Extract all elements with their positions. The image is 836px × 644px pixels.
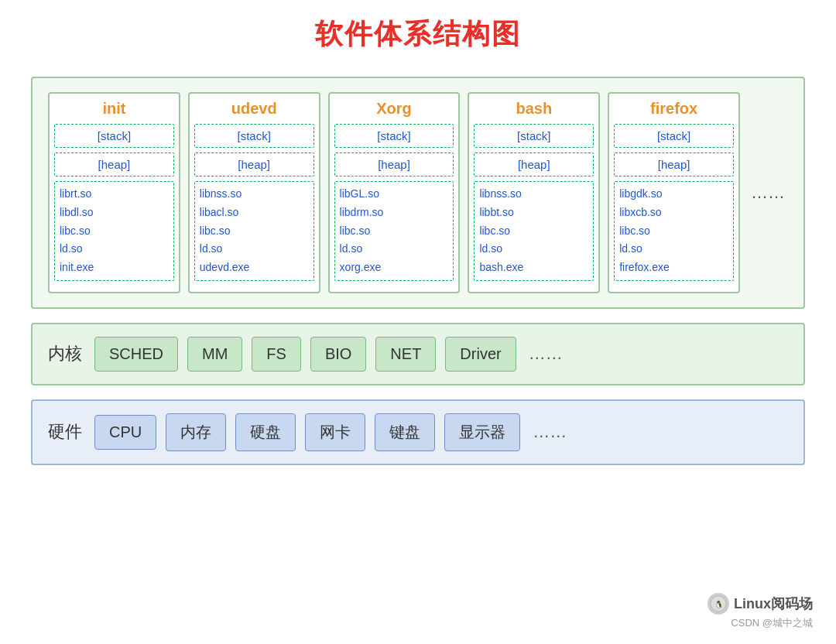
process-name-1: udevd	[231, 100, 277, 118]
stack-4: [stack]	[614, 124, 734, 148]
lib-item-3-4: bash.exe	[479, 259, 588, 277]
lib-item-0-3: ld.so	[60, 240, 169, 259]
heap-3: [heap]	[474, 152, 594, 176]
process-name-2: Xorg	[376, 100, 412, 118]
lib-item-2-2: libc.so	[340, 222, 449, 241]
stack-3: [stack]	[474, 124, 594, 148]
lib-item-2-3: ld.so	[340, 240, 449, 259]
process-box-3: bash[stack][heap]libnss.solibbt.solibc.s…	[468, 92, 600, 293]
process-box-0: init[stack][heap]librt.solibdl.solibc.so…	[48, 92, 180, 293]
page-title: 软件体系结构图	[315, 15, 521, 53]
libs-group-0: librt.solibdl.solibc.sold.soinit.exe	[54, 181, 174, 281]
process-name-4: firefox	[650, 100, 697, 118]
libs-group-1: libnss.solibacl.solibc.sold.soudevd.exe	[194, 181, 314, 281]
process-name-0: init	[102, 100, 125, 118]
process-ellipsis: ……	[748, 183, 788, 203]
kernel-ellipsis: ……	[529, 344, 563, 364]
hw-module-2: 硬盘	[235, 413, 296, 451]
process-box-2: Xorg[stack][heap]libGL.solibdrm.solibc.s…	[328, 92, 461, 293]
lib-item-0-4: init.exe	[60, 259, 169, 277]
heap-1: [heap]	[194, 152, 314, 176]
lib-item-4-0: libgdk.so	[619, 185, 728, 204]
lib-item-0-2: libc.so	[60, 222, 169, 241]
lib-item-1-1: libacl.so	[200, 204, 309, 222]
watermark-icon: 🐧	[708, 593, 729, 615]
libs-group-4: libgdk.solibxcb.solibc.sold.sofirefox.ex…	[614, 181, 734, 281]
hw-module-1: 内存	[166, 413, 226, 451]
libs-group-2: libGL.solibdrm.solibc.sold.soxorg.exe	[334, 181, 454, 281]
lib-item-2-0: libGL.so	[340, 185, 449, 204]
lib-item-1-4: udevd.exe	[200, 259, 309, 277]
watermark-brand: Linux阅码场	[734, 594, 813, 613]
stack-2: [stack]	[334, 124, 454, 148]
processes-section: init[stack][heap]librt.solibdl.solibc.so…	[31, 77, 805, 309]
lib-item-0-1: libdl.so	[60, 204, 169, 222]
lib-item-4-3: ld.so	[619, 240, 728, 259]
watermark-sub: CSDN @城中之城	[731, 616, 813, 630]
heap-4: [heap]	[614, 152, 734, 176]
kernel-module-0: SCHED	[94, 337, 178, 372]
lib-item-2-1: libdrm.so	[340, 204, 449, 222]
hw-module-5: 显示器	[444, 413, 520, 451]
process-name-3: bash	[516, 100, 552, 118]
lib-item-3-1: libbt.so	[479, 204, 588, 222]
hardware-section: 硬件CPU内存硬盘网卡键盘显示器……	[31, 399, 805, 465]
kernel-module-3: BIO	[310, 337, 366, 372]
page-wrapper: 软件体系结构图 init[stack][heap]librt.solibdl.s…	[0, 0, 836, 644]
lib-item-4-2: libc.so	[619, 222, 728, 241]
lib-item-1-3: ld.so	[200, 240, 309, 259]
lib-item-1-2: libc.so	[200, 222, 309, 241]
hw-module-3: 网卡	[305, 413, 365, 451]
kernel-module-4: NET	[375, 337, 436, 372]
lib-item-1-0: libnss.so	[200, 185, 309, 204]
lib-item-0-0: librt.so	[60, 185, 169, 204]
lib-item-3-0: libnss.so	[479, 185, 588, 204]
lib-item-2-4: xorg.exe	[340, 259, 449, 277]
hardware-ellipsis: ……	[533, 422, 567, 442]
stack-1: [stack]	[194, 124, 314, 148]
kernel-label: 内核	[48, 342, 82, 365]
heap-0: [heap]	[54, 152, 174, 176]
watermark-logo: 🐧 Linux阅码场	[708, 593, 813, 615]
watermark: 🐧 Linux阅码场 CSDN @城中之城	[708, 593, 813, 630]
kernel-module-1: MM	[187, 337, 242, 372]
lib-item-4-1: libxcb.so	[619, 204, 728, 222]
hw-module-4: 键盘	[375, 413, 435, 451]
process-box-1: udevd[stack][heap]libnss.solibacl.solibc…	[188, 92, 320, 293]
kernel-section: 内核SCHEDMMFSBIONETDriver……	[31, 323, 805, 385]
hw-module-0: CPU	[94, 415, 156, 450]
libs-group-3: libnss.solibbt.solibc.sold.sobash.exe	[474, 181, 594, 281]
stack-0: [stack]	[54, 124, 174, 148]
kernel-module-2: FS	[252, 337, 301, 372]
process-box-4: firefox[stack][heap]libgdk.solibxcb.soli…	[608, 92, 740, 293]
lib-item-3-3: ld.so	[479, 240, 588, 259]
hardware-label: 硬件	[48, 420, 82, 444]
kernel-module-5: Driver	[445, 337, 516, 372]
lib-item-4-4: firefox.exe	[619, 259, 728, 277]
lib-item-3-2: libc.so	[479, 222, 588, 241]
heap-2: [heap]	[334, 152, 454, 176]
svg-text:🐧: 🐧	[714, 600, 724, 609]
